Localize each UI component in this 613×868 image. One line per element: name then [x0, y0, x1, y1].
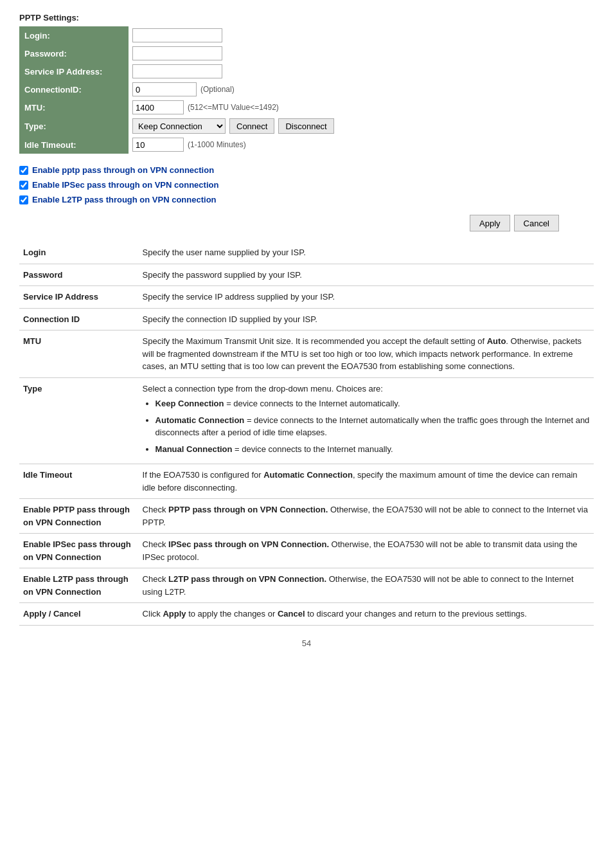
- desc-pptp-passthrough: Enable PPTP pass throughon VPN Connectio…: [19, 499, 594, 534]
- service-ip-input[interactable]: [132, 64, 222, 78]
- idle-timeout-value: (1-1000 Minutes): [129, 136, 392, 154]
- desc-ipsec-passthrough: Enable IPSec pass throughon VPN Connecti…: [19, 534, 594, 568]
- cancel-button[interactable]: Cancel: [514, 215, 559, 231]
- desc-ipsec-passthrough-desc: Check IPSec pass through on VPN Connecti…: [139, 534, 594, 568]
- type-label: Type:: [19, 116, 129, 136]
- apply-button[interactable]: Apply: [470, 215, 510, 231]
- service-ip-row: Service IP Address:: [19, 62, 392, 80]
- desc-ipsec-passthrough-term: Enable IPSec pass throughon VPN Connecti…: [19, 534, 139, 568]
- checkbox-ipsec-label: Enable IPSec pass through on VPN connect…: [32, 180, 218, 190]
- checkbox-pptp-item: Enable pptp pass through on VPN connecti…: [19, 165, 594, 175]
- desc-password: Password Specify the password supplied b…: [19, 264, 594, 286]
- desc-apply-cancel: Apply / Cancel Click Apply to apply the …: [19, 603, 594, 626]
- desc-apply-cancel-term: Apply / Cancel: [19, 603, 139, 626]
- description-table: Login Specify the user name supplied by …: [19, 242, 594, 626]
- page-number: 54: [19, 638, 594, 648]
- desc-connection-id: Connection ID Specify the connection ID …: [19, 308, 594, 330]
- connection-id-label: ConnectionID:: [19, 80, 129, 98]
- mtu-label: MTU:: [19, 98, 129, 116]
- desc-service-ip-desc: Specify the service IP address supplied …: [139, 286, 594, 309]
- connection-id-input[interactable]: [132, 82, 197, 96]
- mtu-row: MTU: (512<=MTU Value<=1492): [19, 98, 392, 116]
- type-bullet-keep: Keep Connection = device connects to the…: [155, 397, 590, 410]
- desc-password-desc: Specify the password supplied by your IS…: [139, 264, 594, 286]
- type-row: Type: Keep Connection Automatic Connecti…: [19, 116, 392, 136]
- pptp-settings-table: Login: Password: Service IP Address: Con…: [19, 26, 392, 154]
- connect-button[interactable]: Connect: [229, 118, 274, 134]
- login-value: [129, 26, 392, 44]
- password-value: [129, 44, 392, 62]
- idle-timeout-label: Idle Timeout:: [19, 136, 129, 154]
- desc-apply-cancel-desc: Click Apply to apply the changes or Canc…: [139, 603, 594, 626]
- mtu-input[interactable]: [132, 100, 184, 114]
- desc-type-term: Type: [19, 377, 139, 464]
- desc-pptp-passthrough-term: Enable PPTP pass throughon VPN Connectio…: [19, 499, 139, 534]
- desc-idle-timeout-term: Idle Timeout: [19, 464, 139, 499]
- type-value: Keep Connection Automatic Connection Man…: [129, 116, 392, 136]
- apply-cancel-row: Apply Cancel: [19, 215, 559, 231]
- desc-l2tp-passthrough-term: Enable L2TP pass throughon VPN Connectio…: [19, 568, 139, 603]
- checkbox-ipsec-item: Enable IPSec pass through on VPN connect…: [19, 180, 594, 190]
- service-ip-value: [129, 62, 392, 80]
- desc-password-term: Password: [19, 264, 139, 286]
- checkbox-l2tp-item: Enable L2TP pass through on VPN connecti…: [19, 195, 594, 204]
- desc-mtu: MTU Specify the Maximum Transmit Unit si…: [19, 330, 594, 378]
- desc-mtu-term: MTU: [19, 330, 139, 378]
- desc-type-desc: Select a connection type from the drop-d…: [139, 377, 594, 464]
- desc-service-ip-term: Service IP Address: [19, 286, 139, 309]
- desc-connection-id-term: Connection ID: [19, 308, 139, 330]
- desc-login-term: Login: [19, 242, 139, 264]
- idle-timeout-row: Idle Timeout: (1-1000 Minutes): [19, 136, 392, 154]
- desc-login-desc: Specify the user name supplied by your I…: [139, 242, 594, 264]
- desc-service-ip: Service IP Address Specify the service I…: [19, 286, 594, 309]
- password-label: Password:: [19, 44, 129, 62]
- desc-pptp-passthrough-desc: Check PPTP pass through on VPN Connectio…: [139, 499, 594, 534]
- desc-type: Type Select a connection type from the d…: [19, 377, 594, 464]
- pptp-settings-section: PPTP Settings: Login: Password: Service …: [19, 13, 594, 648]
- desc-l2tp-passthrough: Enable L2TP pass throughon VPN Connectio…: [19, 568, 594, 603]
- pptp-settings-title: PPTP Settings:: [19, 13, 594, 23]
- type-bullet-list: Keep Connection = device connects to the…: [143, 397, 590, 455]
- desc-mtu-desc: Specify the Maximum Transmit Unit size. …: [139, 330, 594, 378]
- type-bullet-auto: Automatic Connection = device connects t…: [155, 414, 590, 439]
- login-label: Login:: [19, 26, 129, 44]
- login-input[interactable]: [132, 28, 222, 42]
- type-bullet-manual: Manual Connection = device connects to t…: [155, 443, 590, 456]
- connection-id-value: (Optional): [129, 80, 392, 98]
- mtu-value: (512<=MTU Value<=1492): [129, 98, 392, 116]
- service-ip-label: Service IP Address:: [19, 62, 129, 80]
- connection-id-note: (Optional): [200, 85, 235, 94]
- checkbox-section: Enable pptp pass through on VPN connecti…: [19, 165, 594, 204]
- idle-timeout-note: (1-1000 Minutes): [188, 140, 246, 149]
- checkbox-l2tp-label: Enable L2TP pass through on VPN connecti…: [32, 195, 217, 204]
- desc-connection-id-desc: Specify the connection ID supplied by yo…: [139, 308, 594, 330]
- desc-login: Login Specify the user name supplied by …: [19, 242, 594, 264]
- desc-idle-timeout: Idle Timeout If the EOA7530 is configure…: [19, 464, 594, 499]
- type-select[interactable]: Keep Connection Automatic Connection Man…: [132, 118, 226, 134]
- checkbox-ipsec[interactable]: [19, 181, 28, 190]
- disconnect-button[interactable]: Disconnect: [278, 118, 333, 134]
- idle-timeout-input[interactable]: [132, 138, 184, 152]
- login-row: Login:: [19, 26, 392, 44]
- checkbox-l2tp[interactable]: [19, 195, 28, 204]
- checkbox-pptp[interactable]: [19, 166, 28, 175]
- checkbox-pptp-label: Enable pptp pass through on VPN connecti…: [32, 165, 214, 175]
- desc-idle-timeout-desc: If the EOA7530 is configured for Automat…: [139, 464, 594, 499]
- connection-id-row: ConnectionID: (Optional): [19, 80, 392, 98]
- password-row: Password:: [19, 44, 392, 62]
- password-input[interactable]: [132, 46, 222, 60]
- desc-l2tp-passthrough-desc: Check L2TP pass through on VPN Connectio…: [139, 568, 594, 603]
- mtu-note: (512<=MTU Value<=1492): [188, 103, 279, 112]
